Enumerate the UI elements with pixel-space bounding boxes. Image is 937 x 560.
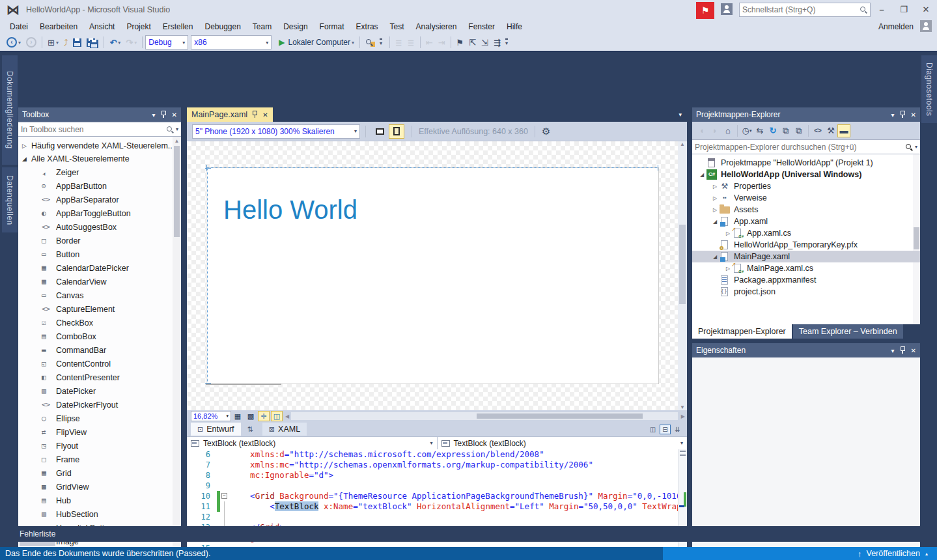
toolbox-group-alle-xaml-steuerelemente[interactable]: ◢Alle XAML-Steuerelemente <box>18 152 181 165</box>
menu-format[interactable]: Format <box>314 20 350 33</box>
snap-to-gridlines-icon[interactable]: ✛ <box>258 411 270 421</box>
home-icon[interactable]: ⌂ <box>721 124 734 137</box>
close-button[interactable]: ✕ <box>915 1 937 18</box>
menu-analysieren[interactable]: Analysieren <box>410 20 463 33</box>
minimize-button[interactable]: – <box>871 1 893 18</box>
preview-selected-items-icon[interactable]: ▬ <box>837 124 850 137</box>
vertical-split-icon[interactable]: ◫ <box>647 425 658 434</box>
feedback-smiley-icon[interactable] <box>721 3 733 17</box>
collapsed-arrow-icon[interactable]: ▷ <box>710 184 720 189</box>
collapse-all-icon[interactable]: ⧉ <box>779 124 792 137</box>
collapsed-arrow-icon[interactable]: ▷ <box>710 207 720 213</box>
scroll-right-icon[interactable]: ▶ <box>679 413 687 419</box>
toolbox-item-hub[interactable]: ▤Hub <box>18 494 181 507</box>
menu-erstellen[interactable]: Erstellen <box>157 20 199 33</box>
portrait-orientation-button[interactable] <box>389 124 404 139</box>
expanded-arrow-icon[interactable]: ◢ <box>710 254 720 260</box>
menu-hilfe[interactable]: Hilfe <box>501 20 528 33</box>
pin-icon[interactable] <box>161 111 167 119</box>
toolbox-item-contentcontrol[interactable]: ◱ContentControl <box>18 357 181 371</box>
tree-item-projektmappe-helloworldapp-projekt-1[interactable]: Projektmappe "HelloWorldApp" (Projekt 1) <box>692 157 920 169</box>
breadcrumb-design-pane[interactable]: TextBlock (textBlock) ▾ <box>187 437 438 449</box>
properties-wrench-icon[interactable]: ⚒ <box>824 124 837 137</box>
toolbox-item-gridview[interactable]: ▩GridView <box>18 480 181 494</box>
user-avatar-icon[interactable] <box>920 20 932 34</box>
editor-vertical-scrollbar[interactable] <box>678 449 687 560</box>
menu-extras[interactable]: Extras <box>350 20 384 33</box>
code-line-9[interactable]: 9 <box>187 481 687 491</box>
toolbox-item-frame[interactable]: □Frame <box>18 453 181 466</box>
toolbox-item-flyout[interactable]: ◳Flyout <box>18 439 181 453</box>
window-position-icon[interactable]: ▾ <box>891 111 895 119</box>
save-button[interactable] <box>71 35 83 49</box>
pin-icon[interactable] <box>900 111 906 119</box>
code-line-8[interactable]: 8 mc:Ignorable="d"> <box>187 470 687 481</box>
toolbox-item-grid[interactable]: ▦Grid <box>18 466 181 480</box>
tree-item-app-xaml[interactable]: ◢App.xaml <box>692 216 920 227</box>
refresh-icon[interactable]: ↻ <box>766 124 779 137</box>
menu-bearbeiten[interactable]: Bearbeiten <box>34 20 83 33</box>
tab-datenquellen[interactable]: Datenquellen <box>2 167 18 232</box>
show-grid-icon[interactable]: ▦ <box>232 411 244 421</box>
collapsed-arrow-icon[interactable]: ▷ <box>710 195 720 201</box>
toolbox-item-ellipse[interactable]: ○Ellipse <box>18 412 181 425</box>
snap-grid-icon[interactable]: ▩ <box>245 411 257 421</box>
close-icon[interactable]: ✕ <box>911 111 916 119</box>
configuration-dropdown[interactable]: Debug▾ <box>145 35 188 49</box>
toolbox-group-h-ufig-verwendete-xaml-steuerelem[interactable]: ▷Häufig verwendete XAML-Steuerelem... <box>18 139 181 152</box>
toolbox-header[interactable]: Toolbox ▾ ✕ <box>18 107 181 122</box>
solution-explorer-search-input[interactable] <box>695 143 905 152</box>
toolbox-search-input[interactable] <box>21 125 166 134</box>
toolbox-item-button[interactable]: ▭Button <box>18 247 181 261</box>
toggle-bookmark-button[interactable]: ⚑ <box>455 35 466 49</box>
toolbox-item-datepicker[interactable]: ▥DatePicker <box>18 384 181 398</box>
properties-header[interactable]: Eigenschaften ▾ ✕ <box>692 343 920 357</box>
menu-datei[interactable]: Datei <box>4 20 34 33</box>
horizontal-split-icon[interactable]: ⊟ <box>660 425 671 434</box>
toolbox-item-flipview[interactable]: ⇄FlipView <box>18 425 181 439</box>
window-position-icon[interactable]: ▾ <box>891 347 895 354</box>
xaml-code-editor[interactable]: 6 xmlns:d="http://schemas.microsoft.com/… <box>187 449 687 560</box>
toolbox-item-autosuggestbox[interactable]: <>AutoSuggestBox <box>18 220 181 234</box>
pin-icon[interactable] <box>900 346 906 355</box>
start-debugging-button[interactable]: ▶ Lokaler Computer▾ <box>277 35 356 49</box>
menu-team[interactable]: Team <box>247 20 277 33</box>
toolbox-item-checkbox[interactable]: ☑CheckBox <box>18 316 181 329</box>
tree-item-assets[interactable]: ▷Assets <box>692 204 920 216</box>
quick-launch-input[interactable] <box>742 5 860 14</box>
toolbox-item-contentpresenter[interactable]: ◧ContentPresenter <box>18 371 181 384</box>
designer-vertical-scrollbar[interactable]: ▲ ▼ <box>678 141 687 410</box>
menu-debuggen[interactable]: Debuggen <box>199 20 246 33</box>
platform-dropdown[interactable]: x86▾ <box>191 35 272 49</box>
collapse-icon[interactable]: ◢ <box>22 156 31 162</box>
toolbox-scrollbar[interactable]: ▲ ▼ <box>173 137 181 560</box>
toolbox-item-captureelement[interactable]: <>CaptureElement <box>18 302 181 316</box>
toolbox-item-calendardatepicker[interactable]: ▦CalendarDatePicker <box>18 261 181 275</box>
close-icon[interactable]: ✕ <box>172 111 177 119</box>
copy-documents-icon[interactable]: ⧉ <box>792 124 805 137</box>
clear-bookmarks-button[interactable]: ⇶ <box>492 35 503 49</box>
tree-item-helloworldapp-temporarykey-pfx[interactable]: HelloWorldApp_TemporaryKey.pfx <box>692 239 920 251</box>
redo-button[interactable]: ↷▾ <box>124 35 139 49</box>
menu-ansicht[interactable]: Ansicht <box>83 20 120 33</box>
tab-projektmappen-explorer[interactable]: Projektmappen-Explorer <box>692 324 792 339</box>
tree-item-verweise[interactable]: ▷▪▪Verweise <box>692 192 920 204</box>
tree-item-project-json[interactable]: { }project.json <box>692 286 920 298</box>
document-list-chevron-icon[interactable]: ▾ <box>678 111 682 118</box>
tree-item-app-xaml-cs[interactable]: ▷C#➚App.xaml.cs <box>692 227 920 239</box>
save-all-button[interactable] <box>85 35 100 49</box>
toolbar-overflow-icon-2[interactable]: ▾ <box>505 38 508 46</box>
tree-item-mainpage-xaml-cs[interactable]: ▷C#➚MainPage.xaml.cs <box>692 262 920 274</box>
breadcrumb-xaml-pane[interactable]: TextBlock (textBlock) ▾ <box>438 437 688 449</box>
menu-projekt[interactable]: Projekt <box>120 20 156 33</box>
expanded-arrow-icon[interactable]: ◢ <box>697 172 706 178</box>
hello-world-textblock[interactable]: Hello World <box>223 195 357 225</box>
new-project-button[interactable]: ⊞▾ <box>46 35 61 49</box>
open-file-button[interactable]: ⤴ <box>62 35 70 49</box>
tab-diagnosetools[interactable]: Diagnosetools <box>921 55 937 123</box>
pending-changes-filter-icon[interactable]: ◷▾ <box>740 124 753 137</box>
tab-entwurf[interactable]: ⊡ Entwurf <box>191 423 241 436</box>
landscape-orientation-button[interactable] <box>372 124 387 139</box>
tab-dokumentgliederung[interactable]: Dokumentgliederung <box>2 55 18 165</box>
tab-mainpage-xaml[interactable]: MainPage.xaml ✕ <box>187 107 273 122</box>
